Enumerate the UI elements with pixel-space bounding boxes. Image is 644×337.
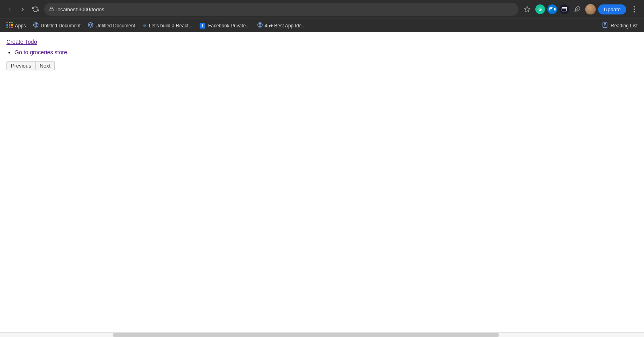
- bookmark-apps[interactable]: Apps: [3, 21, 29, 31]
- previous-button[interactable]: Previous: [6, 61, 36, 70]
- bookmark-react-label: Let's build a React...: [149, 23, 192, 29]
- star-button[interactable]: [522, 4, 533, 15]
- globe-icon-1: [33, 22, 39, 29]
- browser-actions: G b: [522, 4, 640, 15]
- react-icon: ⚛: [142, 23, 147, 29]
- svg-rect-9: [6, 24, 8, 26]
- svg-point-3: [634, 6, 635, 8]
- fb-icon: f: [200, 23, 205, 29]
- svg-rect-6: [6, 22, 8, 23]
- svg-point-5: [634, 11, 635, 12]
- back-button[interactable]: [4, 4, 15, 15]
- svg-rect-21: [603, 22, 607, 27]
- bookmark-facebook[interactable]: f Facebook Private...: [196, 22, 253, 30]
- reading-list-label: Reading List: [611, 23, 638, 29]
- bookmark-untitled1-label: Untitled Document: [41, 23, 80, 29]
- update-button[interactable]: Update: [598, 4, 626, 14]
- svg-rect-11: [11, 24, 13, 26]
- svg-rect-12: [6, 27, 8, 28]
- todo-list: Go to groceries store: [14, 49, 638, 55]
- bookmark-appideas[interactable]: 45+ Best App Ide...: [254, 21, 309, 30]
- user-avatar[interactable]: [585, 4, 596, 14]
- svg-rect-7: [9, 22, 10, 23]
- create-todo-link[interactable]: Create Todo: [6, 39, 37, 45]
- browser-toolbar: localhost:3000/todos G b: [0, 0, 644, 18]
- horizontal-scrollbar[interactable]: [0, 332, 644, 337]
- svg-point-4: [634, 8, 635, 10]
- list-item: Go to groceries store: [14, 49, 638, 55]
- url-input[interactable]: localhost:3000/todos: [56, 6, 514, 12]
- reading-list-button[interactable]: Reading List: [599, 21, 641, 31]
- apps-icon: [6, 22, 13, 29]
- bookmark-facebook-label: Facebook Private...: [208, 23, 250, 29]
- bookmark-react[interactable]: ⚛ Let's build a React...: [139, 22, 196, 30]
- forward-button[interactable]: [17, 4, 28, 15]
- browser-menu-button[interactable]: [629, 4, 640, 15]
- lock-icon: [49, 6, 54, 12]
- reload-button[interactable]: [30, 4, 41, 15]
- todo-item-link[interactable]: Go to groceries store: [14, 49, 67, 55]
- bookmarks-bar: Apps Untitled Document Unt: [0, 18, 644, 32]
- bookmark-untitled1[interactable]: Untitled Document: [30, 21, 84, 30]
- svg-rect-8: [11, 22, 13, 23]
- pagination-buttons: Previous Next: [6, 61, 638, 70]
- svg-rect-10: [9, 24, 10, 26]
- page-content: Create Todo Go to groceries store Previo…: [0, 32, 644, 337]
- bookmark-apps-label: Apps: [15, 23, 26, 29]
- globe-icon-3: [257, 22, 263, 29]
- monosnap-extension-icon[interactable]: [559, 4, 569, 14]
- svg-marker-1: [524, 6, 530, 12]
- extensions-button[interactable]: [572, 4, 583, 15]
- reading-list-icon: [602, 22, 608, 29]
- svg-rect-0: [50, 8, 54, 11]
- grammarly-extension-icon[interactable]: G: [535, 4, 545, 14]
- globe-icon-2: [88, 22, 93, 29]
- bing-extension-icon[interactable]: b: [547, 4, 557, 14]
- svg-rect-2: [562, 7, 567, 11]
- bookmark-untitled2-label: Untitled Document: [95, 23, 135, 29]
- bookmark-untitled2[interactable]: Untitled Document: [85, 21, 138, 30]
- address-bar[interactable]: localhost:3000/todos: [44, 3, 518, 16]
- browser-chrome: localhost:3000/todos G b: [0, 0, 644, 32]
- nav-buttons: [4, 4, 41, 15]
- scrollbar-thumb[interactable]: [113, 333, 499, 337]
- svg-rect-14: [11, 27, 13, 28]
- svg-rect-13: [9, 27, 10, 28]
- bookmark-appideas-label: 45+ Best App Ide...: [265, 23, 306, 29]
- next-button[interactable]: Next: [36, 61, 55, 70]
